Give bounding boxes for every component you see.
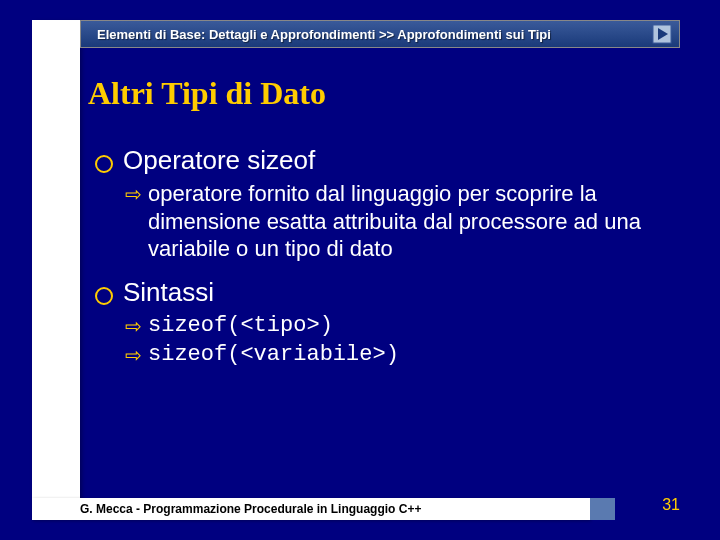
- footer-text: G. Mecca - Programmazione Procedurale in…: [80, 502, 421, 516]
- breadcrumb-text: Elementi di Base: Dettagli e Approfondim…: [97, 27, 551, 42]
- breadcrumb-bar: Elementi di Base: Dettagli e Approfondim…: [80, 20, 680, 48]
- left-sidebar: [32, 20, 80, 500]
- slide-title: Altri Tipi di Dato: [88, 75, 326, 112]
- sub-text: operatore fornito dal linguaggio per sco…: [148, 180, 680, 263]
- circle-bullet-icon: [95, 155, 113, 173]
- code-line: sizeof(<variabile>): [148, 341, 399, 369]
- sub-item: ⇨ sizeof(<variabile>): [125, 341, 680, 369]
- arrow-bullet-icon: ⇨: [125, 182, 142, 206]
- code-line: sizeof(<tipo>): [148, 312, 333, 340]
- arrow-bullet-icon: ⇨: [125, 314, 142, 338]
- sub-item: ⇨ operatore fornito dal linguaggio per s…: [125, 180, 680, 263]
- arrow-right-icon: [652, 24, 672, 44]
- circle-bullet-icon: [95, 287, 113, 305]
- footer-bar: G. Mecca - Programmazione Procedurale in…: [32, 498, 590, 520]
- bullet-heading: Operatore sizeof: [123, 145, 315, 176]
- next-slide-button[interactable]: [652, 24, 672, 44]
- bullet-item: Operatore sizeof: [95, 145, 680, 176]
- bullet-item: Sintassi: [95, 277, 680, 308]
- arrow-bullet-icon: ⇨: [125, 343, 142, 367]
- footer-accent: [590, 498, 615, 520]
- bullet-heading: Sintassi: [123, 277, 214, 308]
- sub-item: ⇨ sizeof(<tipo>): [125, 312, 680, 340]
- slide-content: Operatore sizeof ⇨ operatore fornito dal…: [95, 145, 680, 371]
- page-number: 31: [662, 496, 680, 514]
